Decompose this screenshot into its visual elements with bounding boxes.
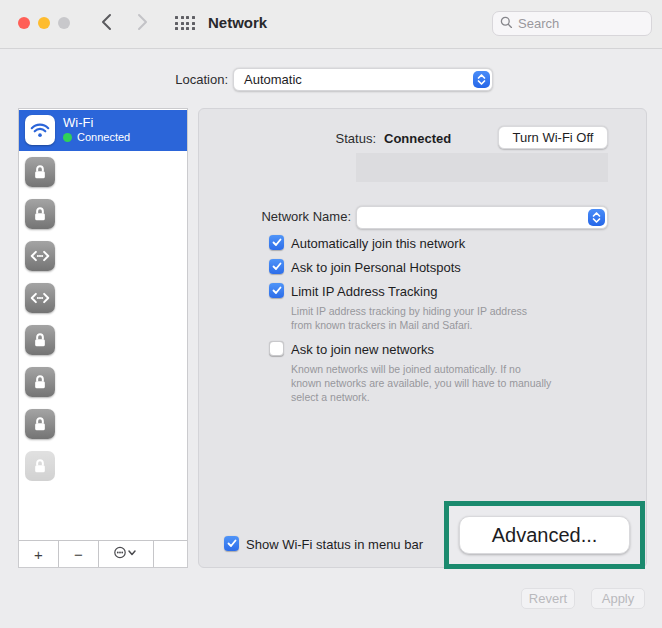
sidebar-item-locked-service[interactable] <box>19 403 187 445</box>
network-name-label: Network Name: <box>199 209 351 224</box>
redacted-status-text <box>356 153 608 182</box>
sidebar-item-locked-service-disabled[interactable] <box>19 445 187 487</box>
service-list-toolbar: + − <box>19 540 187 567</box>
personal-hotspots-checkbox[interactable] <box>269 259 284 274</box>
location-value: Automatic <box>244 72 302 87</box>
auto-join-label: Automatically join this network <box>291 236 465 251</box>
arrows-icon <box>25 241 55 271</box>
chevron-left-icon <box>101 13 112 35</box>
limit-ip-checkbox[interactable] <box>269 283 284 298</box>
minus-icon: − <box>74 546 83 563</box>
advanced-highlight-annotation: Advanced... <box>444 501 645 569</box>
service-status: Connected <box>77 131 130 143</box>
arrows-icon <box>25 283 55 313</box>
wifi-icon <box>25 115 55 145</box>
apply-button[interactable]: Apply <box>591 588 645 609</box>
zoom-window-button[interactable] <box>58 17 70 29</box>
ask-join-networks-label: Ask to join new networks <box>291 342 434 357</box>
service-name: Wi-Fi <box>63 115 93 130</box>
popup-stepper-icon <box>588 209 605 226</box>
turn-wifi-off-button[interactable]: Turn Wi-Fi Off <box>498 126 608 149</box>
sidebar-item-locked-service[interactable] <box>19 319 187 361</box>
network-name-dropdown[interactable] <box>356 206 608 229</box>
wifi-settings-panel: Status: Connected Turn Wi-Fi Off Network… <box>198 108 647 568</box>
limit-ip-help-text: Limit IP address tracking by hiding your… <box>291 304 546 332</box>
search-placeholder: Search <box>518 16 559 31</box>
window-title: Network <box>208 14 267 31</box>
status-label: Status: <box>199 131 376 146</box>
network-preferences-window: Network Search Location: Automatic Wi-Fi… <box>0 0 662 628</box>
search-icon <box>500 15 513 33</box>
search-input[interactable]: Search <box>492 11 652 36</box>
advanced-button[interactable]: Advanced... <box>459 516 630 554</box>
location-dropdown[interactable]: Automatic <box>233 68 493 91</box>
location-label: Location: <box>100 72 228 87</box>
lock-icon <box>25 409 55 439</box>
new-networks-help-text: Known networks will be joined automatica… <box>291 362 553 404</box>
ask-join-networks-checkbox[interactable] <box>269 341 284 356</box>
add-service-button[interactable]: + <box>19 541 59 567</box>
network-services-list: Wi-Fi Connected <box>18 108 188 568</box>
back-button[interactable] <box>96 14 116 34</box>
more-options-icon <box>113 545 139 563</box>
service-actions-button[interactable] <box>99 541 154 567</box>
popup-stepper-icon <box>473 71 490 88</box>
lock-icon <box>25 325 55 355</box>
menu-bar-checkbox[interactable] <box>224 536 239 551</box>
lock-icon <box>25 367 55 397</box>
sidebar-item-vpn-service[interactable] <box>19 235 187 277</box>
sidebar-item-vpn-service[interactable] <box>19 277 187 319</box>
connected-status-dot <box>63 133 72 142</box>
personal-hotspots-label: Ask to join Personal Hotspots <box>291 260 461 275</box>
lock-icon <box>25 199 55 229</box>
close-window-button[interactable] <box>18 17 30 29</box>
limit-ip-label: Limit IP Address Tracking <box>291 284 437 299</box>
lock-icon <box>25 157 55 187</box>
menu-bar-label: Show Wi-Fi status in menu bar <box>246 537 423 552</box>
lock-icon <box>25 451 55 481</box>
revert-button[interactable]: Revert <box>521 588 575 609</box>
remove-service-button[interactable]: − <box>59 541 99 567</box>
sidebar-item-locked-service[interactable] <box>19 193 187 235</box>
show-all-grid-icon[interactable] <box>175 16 195 30</box>
sidebar-item-locked-service[interactable] <box>19 151 187 193</box>
titlebar: Network Search <box>0 0 662 49</box>
plus-icon: + <box>34 546 43 563</box>
sidebar-item-locked-service[interactable] <box>19 361 187 403</box>
status-value: Connected <box>384 131 451 146</box>
chevron-right-icon <box>137 13 148 35</box>
forward-button[interactable] <box>132 14 152 34</box>
sidebar-item-wifi[interactable]: Wi-Fi Connected <box>19 110 187 151</box>
minimize-window-button[interactable] <box>38 17 50 29</box>
auto-join-checkbox[interactable] <box>269 235 284 250</box>
